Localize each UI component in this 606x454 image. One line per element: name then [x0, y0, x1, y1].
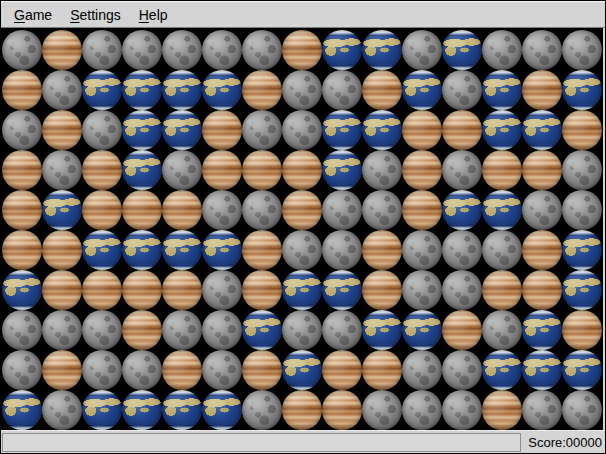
ball-jupiter[interactable] [442, 310, 482, 350]
ball-earth[interactable] [162, 70, 202, 110]
ball-jupiter[interactable] [82, 190, 122, 230]
ball-moon[interactable] [82, 350, 122, 390]
ball-moon[interactable] [122, 350, 162, 390]
ball-moon[interactable] [402, 230, 442, 270]
ball-jupiter[interactable] [162, 270, 202, 310]
ball-moon[interactable] [402, 390, 442, 430]
ball-earth[interactable] [82, 230, 122, 270]
ball-moon[interactable] [42, 390, 82, 430]
ball-jupiter[interactable] [562, 110, 602, 150]
ball-moon[interactable] [402, 350, 442, 390]
ball-jupiter[interactable] [322, 390, 362, 430]
ball-earth[interactable] [282, 350, 322, 390]
ball-moon[interactable] [442, 350, 482, 390]
ball-moon[interactable] [42, 310, 82, 350]
ball-earth[interactable] [562, 230, 602, 270]
ball-earth[interactable] [202, 390, 242, 430]
ball-moon[interactable] [322, 190, 362, 230]
ball-jupiter[interactable] [42, 350, 82, 390]
ball-jupiter[interactable] [362, 270, 402, 310]
ball-moon[interactable] [322, 310, 362, 350]
menu-help[interactable]: Help [130, 3, 177, 27]
ball-jupiter[interactable] [562, 310, 602, 350]
ball-jupiter[interactable] [242, 350, 282, 390]
ball-moon[interactable] [42, 70, 82, 110]
ball-jupiter[interactable] [282, 150, 322, 190]
ball-earth[interactable] [122, 150, 162, 190]
ball-moon[interactable] [202, 310, 242, 350]
ball-earth[interactable] [442, 30, 482, 70]
ball-earth[interactable] [322, 110, 362, 150]
ball-moon[interactable] [162, 150, 202, 190]
ball-jupiter[interactable] [322, 350, 362, 390]
ball-moon[interactable] [442, 230, 482, 270]
ball-jupiter[interactable] [2, 70, 42, 110]
ball-jupiter[interactable] [202, 150, 242, 190]
ball-earth[interactable] [122, 110, 162, 150]
ball-moon[interactable] [202, 190, 242, 230]
ball-moon[interactable] [562, 150, 602, 190]
ball-moon[interactable] [2, 30, 42, 70]
ball-jupiter[interactable] [42, 110, 82, 150]
ball-earth[interactable] [322, 270, 362, 310]
ball-jupiter[interactable] [122, 190, 162, 230]
ball-earth[interactable] [362, 310, 402, 350]
ball-jupiter[interactable] [42, 230, 82, 270]
ball-earth[interactable] [242, 310, 282, 350]
ball-earth[interactable] [482, 110, 522, 150]
ball-moon[interactable] [82, 30, 122, 70]
menu-settings[interactable]: Settings [61, 3, 130, 27]
ball-earth[interactable] [322, 30, 362, 70]
ball-jupiter[interactable] [402, 150, 442, 190]
ball-earth[interactable] [562, 70, 602, 110]
ball-moon[interactable] [202, 270, 242, 310]
ball-moon[interactable] [442, 150, 482, 190]
ball-earth[interactable] [162, 110, 202, 150]
ball-earth[interactable] [202, 70, 242, 110]
ball-earth[interactable] [82, 390, 122, 430]
ball-earth[interactable] [162, 230, 202, 270]
ball-earth[interactable] [562, 350, 602, 390]
ball-earth[interactable] [2, 270, 42, 310]
ball-moon[interactable] [282, 310, 322, 350]
ball-moon[interactable] [242, 30, 282, 70]
ball-earth[interactable] [522, 350, 562, 390]
ball-earth[interactable] [362, 30, 402, 70]
ball-moon[interactable] [282, 70, 322, 110]
ball-jupiter[interactable] [482, 150, 522, 190]
ball-earth[interactable] [162, 390, 202, 430]
ball-earth[interactable] [442, 190, 482, 230]
ball-moon[interactable] [442, 390, 482, 430]
ball-moon[interactable] [442, 270, 482, 310]
ball-jupiter[interactable] [362, 70, 402, 110]
ball-moon[interactable] [242, 190, 282, 230]
ball-moon[interactable] [2, 350, 42, 390]
ball-jupiter[interactable] [242, 150, 282, 190]
ball-earth[interactable] [402, 70, 442, 110]
ball-jupiter[interactable] [522, 70, 562, 110]
ball-jupiter[interactable] [82, 270, 122, 310]
ball-moon[interactable] [442, 70, 482, 110]
ball-jupiter[interactable] [242, 70, 282, 110]
ball-moon[interactable] [362, 390, 402, 430]
ball-jupiter[interactable] [242, 270, 282, 310]
ball-moon[interactable] [482, 30, 522, 70]
ball-jupiter[interactable] [282, 190, 322, 230]
ball-moon[interactable] [322, 70, 362, 110]
ball-moon[interactable] [282, 110, 322, 150]
ball-moon[interactable] [362, 150, 402, 190]
ball-jupiter[interactable] [282, 30, 322, 70]
ball-earth[interactable] [2, 390, 42, 430]
ball-earth[interactable] [482, 70, 522, 110]
ball-earth[interactable] [522, 110, 562, 150]
ball-jupiter[interactable] [162, 190, 202, 230]
ball-moon[interactable] [482, 230, 522, 270]
ball-moon[interactable] [162, 310, 202, 350]
ball-moon[interactable] [322, 230, 362, 270]
ball-jupiter[interactable] [162, 350, 202, 390]
ball-jupiter[interactable] [82, 150, 122, 190]
ball-moon[interactable] [2, 310, 42, 350]
ball-jupiter[interactable] [482, 390, 522, 430]
ball-moon[interactable] [522, 30, 562, 70]
ball-earth[interactable] [522, 310, 562, 350]
